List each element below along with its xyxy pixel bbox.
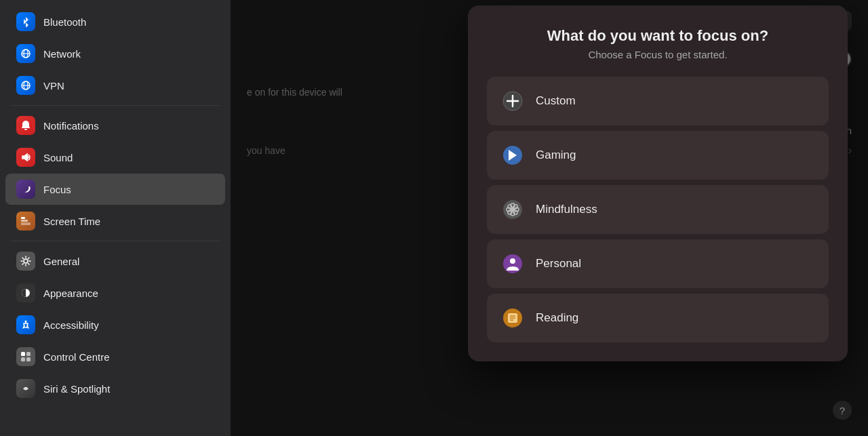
sidebar-label-bluetooth: Bluetooth bbox=[43, 16, 86, 28]
notifications-icon bbox=[16, 116, 35, 135]
sidebar-label-siri: Siri & Spotlight bbox=[43, 383, 110, 395]
gaming-icon bbox=[500, 143, 525, 167]
bluetooth-icon bbox=[16, 12, 35, 31]
sidebar-item-notifications[interactable]: Notifications bbox=[5, 110, 225, 141]
main-content: Add Focus... e on for this device will O… bbox=[231, 0, 868, 436]
sidebar-label-accessibility: Accessibility bbox=[43, 319, 99, 331]
svg-rect-14 bbox=[21, 357, 25, 361]
sidebar-item-screentime[interactable]: Screen Time bbox=[5, 205, 225, 237]
focus-option-gaming[interactable]: Gaming bbox=[487, 131, 829, 180]
accessibility-icon bbox=[16, 315, 35, 334]
modal-title: What do you want to focus on? bbox=[487, 27, 829, 45]
sidebar-item-accessibility[interactable]: Accessibility bbox=[5, 309, 225, 340]
controlcentre-icon bbox=[16, 347, 35, 366]
general-icon bbox=[16, 252, 35, 271]
custom-icon bbox=[500, 89, 525, 113]
sidebar-label-screentime: Screen Time bbox=[43, 216, 100, 227]
sidebar-item-network[interactable]: Network bbox=[5, 38, 225, 69]
sidebar-item-appearance[interactable]: Appearance bbox=[5, 277, 225, 309]
sidebar-item-siri[interactable]: Siri & Spotlight bbox=[5, 373, 225, 404]
siri-icon bbox=[16, 379, 35, 398]
screentime-icon bbox=[16, 212, 35, 231]
sidebar-item-sound[interactable]: Sound bbox=[5, 142, 225, 173]
sidebar-label-sound: Sound bbox=[43, 152, 73, 163]
sidebar-label-network: Network bbox=[43, 48, 81, 60]
reading-icon bbox=[500, 306, 525, 330]
svg-rect-6 bbox=[21, 222, 31, 225]
focus-option-mindfulness[interactable]: Mindfulness bbox=[487, 185, 829, 234]
svg-rect-15 bbox=[26, 357, 31, 361]
sidebar-label-general: General bbox=[43, 256, 79, 267]
focus-option-personal[interactable]: Personal bbox=[487, 239, 829, 288]
focus-option-custom[interactable]: Custom bbox=[487, 77, 829, 125]
svg-rect-7 bbox=[21, 220, 28, 222]
sidebar-label-focus: Focus bbox=[43, 184, 71, 195]
svg-point-31 bbox=[510, 258, 515, 264]
focus-icon bbox=[16, 180, 35, 199]
focus-option-label-reading: Reading bbox=[536, 311, 578, 325]
sidebar-label-controlcentre: Control Centre bbox=[43, 351, 110, 363]
sidebar-item-general[interactable]: General bbox=[5, 245, 225, 277]
personal-icon bbox=[500, 252, 525, 276]
network-icon bbox=[16, 44, 35, 63]
svg-rect-12 bbox=[21, 352, 25, 356]
svg-point-9 bbox=[24, 259, 28, 263]
focus-picker-modal: What do you want to focus on? Choose a F… bbox=[468, 5, 848, 361]
sidebar-item-controlcentre[interactable]: Control Centre bbox=[5, 341, 225, 372]
sidebar-divider-2 bbox=[11, 241, 220, 241]
appearance-icon bbox=[16, 283, 35, 302]
focus-option-label-gaming: Gaming bbox=[536, 148, 576, 162]
focus-option-label-custom: Custom bbox=[536, 94, 576, 108]
focus-option-label-personal: Personal bbox=[536, 257, 581, 271]
sidebar-item-focus[interactable]: Focus bbox=[5, 174, 225, 205]
mindfulness-icon bbox=[500, 197, 525, 222]
svg-point-29 bbox=[511, 207, 515, 212]
sidebar-label-notifications: Notifications bbox=[43, 120, 99, 132]
vpn-icon bbox=[16, 76, 35, 95]
sound-icon bbox=[16, 148, 35, 167]
modal-overlay: What do you want to focus on? Choose a F… bbox=[231, 0, 868, 436]
sidebar-item-bluetooth[interactable]: Bluetooth bbox=[5, 6, 225, 37]
svg-rect-13 bbox=[26, 352, 31, 356]
focus-option-reading[interactable]: Reading bbox=[487, 294, 829, 342]
svg-rect-8 bbox=[21, 217, 25, 219]
sidebar-divider-1 bbox=[11, 105, 220, 106]
focus-option-label-mindfulness: Mindfulness bbox=[536, 203, 597, 216]
modal-subtitle: Choose a Focus to get started. bbox=[487, 49, 829, 60]
sidebar-item-vpn[interactable]: VPN bbox=[5, 70, 225, 101]
sidebar-label-vpn: VPN bbox=[43, 80, 64, 92]
sidebar: Bluetooth Network VPN bbox=[0, 0, 231, 436]
sidebar-label-appearance: Appearance bbox=[43, 288, 98, 299]
